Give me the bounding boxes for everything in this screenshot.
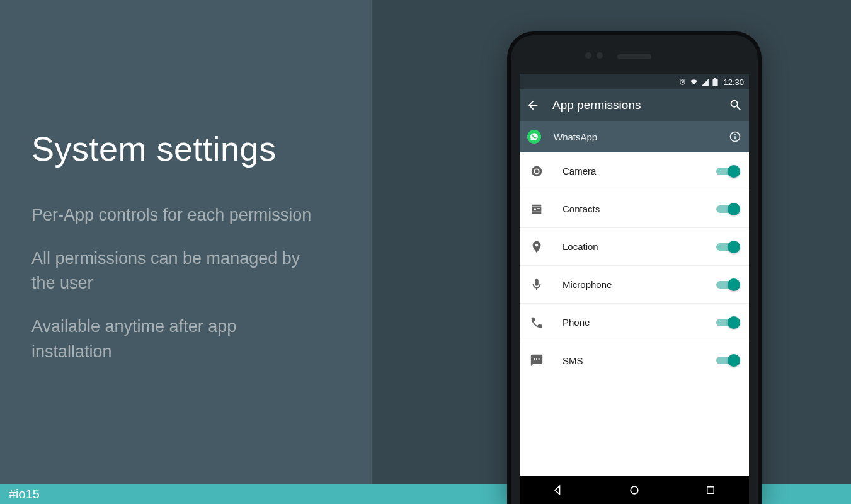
wifi-icon [690,78,698,86]
contacts-icon [530,202,544,216]
sms-icon [530,353,544,367]
nav-back-icon [552,484,564,496]
app-name-label: WhatsApp [554,132,716,142]
permission-toggle-location[interactable] [716,241,739,253]
microphone-icon [530,278,544,292]
info-icon [729,130,741,143]
permission-list: Camera Contacts [520,152,749,476]
permission-toggle-sms[interactable] [716,354,739,367]
status-bar: 12:30 [520,74,749,89]
slide-bullet: Per-App controls for each permission [31,203,315,227]
nav-recents-icon [705,484,716,496]
permission-label: SMS [563,355,716,366]
nav-home-button[interactable] [615,484,653,496]
permission-toggle-microphone[interactable] [716,278,739,291]
phone-sensor [585,52,591,59]
slide-left-column: System settings Per-App controls for eac… [0,0,372,504]
slide-right-column: 12:30 App permissions [372,0,851,504]
slide-title: System settings [31,129,372,168]
nav-home-icon [628,484,641,496]
battery-icon [712,78,718,86]
location-icon [530,240,544,254]
info-button[interactable] [729,130,741,143]
phone-icon [530,316,544,329]
search-icon [729,98,743,112]
status-time: 12:30 [723,77,744,87]
svg-point-5 [631,486,638,494]
svg-point-4 [534,208,536,210]
permission-label: Camera [563,166,716,176]
search-button[interactable] [729,98,743,112]
phone-speaker [617,54,651,59]
slide-bullet: Available anytime after app installation [31,314,315,364]
slide-bullets: Per-App controls for each permission All… [31,203,372,383]
permission-row-sms: SMS [520,341,749,379]
permission-toggle-camera[interactable] [716,165,739,178]
svg-rect-6 [707,487,714,494]
signal-icon [701,78,709,86]
permission-row-contacts: Contacts [520,190,749,228]
phone-sensor [597,52,603,59]
permission-row-microphone: Microphone [520,266,749,304]
permission-label: Phone [563,317,716,328]
permission-label: Location [563,241,716,252]
phone-screen: 12:30 App permissions [520,74,749,504]
camera-icon [530,164,544,178]
alarm-icon [678,78,687,86]
permission-label: Microphone [563,279,716,290]
slide-bullet: All permissions can be managed by the us… [31,246,315,295]
permission-toggle-contacts[interactable] [716,203,739,215]
arrow-left-icon [526,98,540,112]
toolbar-title: App permissions [552,98,716,112]
permission-row-location: Location [520,228,749,266]
permission-label: Contacts [563,203,716,214]
svg-point-2 [735,134,736,135]
nav-recents-button[interactable] [692,484,729,496]
android-nav-bar [520,476,749,504]
phone-bezel: 12:30 App permissions [511,35,758,504]
app-header-row: WhatsApp [520,121,749,152]
slide: System settings Per-App controls for eac… [0,0,851,504]
permission-row-phone: Phone [520,304,749,341]
permission-row-camera: Camera [520,152,749,190]
whatsapp-icon [527,130,541,144]
app-toolbar: App permissions [520,89,749,121]
phone-frame: 12:30 App permissions [507,32,762,504]
back-button[interactable] [526,98,540,112]
footer-hashtag: #io15 [9,487,40,501]
permission-toggle-phone[interactable] [716,316,739,329]
nav-back-button[interactable] [539,484,577,496]
